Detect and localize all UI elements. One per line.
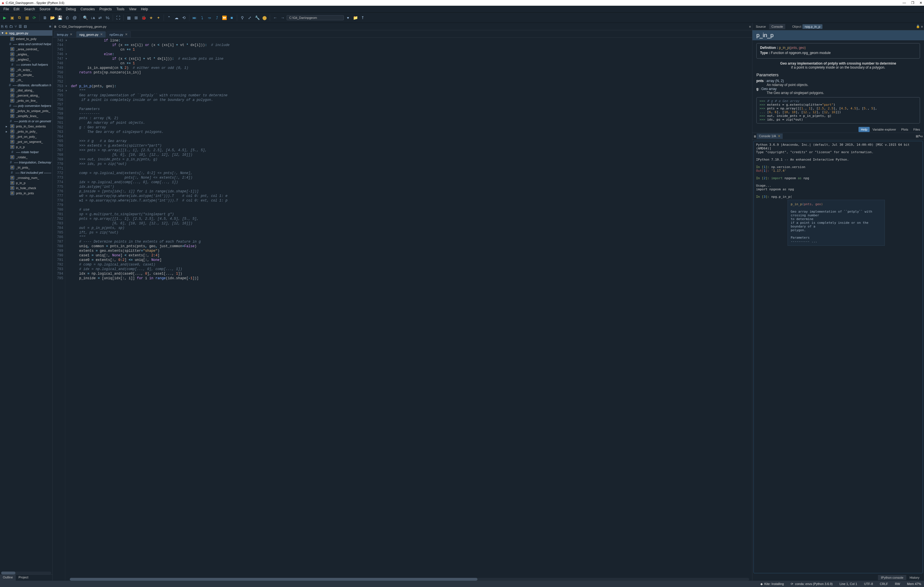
maximize-button[interactable]: ❐ [911, 1, 914, 5]
var2-icon[interactable]: ✦ [155, 14, 162, 21]
outline-item[interactable]: ▸F_pnts_in_poly_ [0, 129, 52, 134]
menu-edit[interactable]: Edit [11, 7, 22, 12]
close-icon[interactable]: ✕ [125, 33, 127, 36]
status-conda[interactable]: ⟳conda: envs (Python 3.6.9) [791, 582, 832, 586]
outline-item[interactable]: Fin_hole_check [0, 186, 52, 191]
run-cell-advance-icon[interactable]: ⧉ [16, 14, 23, 21]
refresh-icon[interactable]: ⟲ [180, 14, 187, 21]
outline-item[interactable]: F_pnts_on_line_ [0, 98, 52, 103]
outline-item[interactable]: F_polys_to_unique_pnts_ [0, 108, 52, 113]
console-tab-ipython-console[interactable]: IPython console [878, 575, 906, 580]
status-encoding[interactable]: UTF-8 [864, 582, 873, 585]
console-menu-icon[interactable]: ≡ [921, 135, 923, 138]
outline-menu-icon[interactable]: ≡ [49, 24, 51, 29]
editor-hscrollbar[interactable] [70, 578, 749, 581]
wand-icon[interactable]: ⚲ [239, 14, 246, 21]
console-tab[interactable]: Console 1/A ✕ [757, 133, 783, 139]
close-button[interactable]: ✕ [919, 1, 922, 5]
outline-item[interactable]: #---- distance, densification h [0, 82, 52, 88]
menu-file[interactable]: File [1, 7, 11, 12]
outline-item[interactable]: F_ch_scipy_ [0, 67, 52, 72]
object-field[interactable]: npg.p_in_p [802, 24, 822, 29]
swap-icon[interactable]: ⇄ [97, 14, 104, 21]
outline-item[interactable]: #---- Not included yet ------- [0, 170, 52, 175]
console-db-icon[interactable]: ▤ [916, 134, 919, 138]
outline-item[interactable]: F_angles2_ [0, 57, 52, 62]
editor-tab-npGeo-py[interactable]: npGeo.py✕ [106, 31, 131, 38]
grid-icon[interactable]: ▦ [125, 14, 132, 21]
outline-current-file[interactable]: ▾ ◆ npg_geom.py [0, 30, 52, 36]
outline-item[interactable]: Fp_in_p [0, 180, 52, 186]
outline-item[interactable]: F_pnt_on_segment_ [0, 139, 52, 144]
at-icon[interactable]: @ [71, 14, 78, 21]
save-all-icon[interactable]: ⎙ [64, 14, 71, 21]
open-file-icon[interactable]: 📂 [49, 14, 56, 21]
outline-item[interactable]: F_ch_ [0, 77, 52, 82]
close-icon[interactable]: ✕ [100, 33, 103, 36]
help-tab-plots[interactable]: Plots [899, 127, 910, 132]
outline-tree-icon[interactable]: ☰ [18, 24, 22, 29]
python-icon[interactable]: ⬤ [261, 14, 268, 21]
outline-item[interactable]: #---- convex hull helpers [0, 62, 52, 67]
tab-source[interactable]: Source [754, 24, 768, 29]
outline-item[interactable]: Fp_o_p [0, 144, 52, 150]
stop-icon[interactable]: ■ [228, 14, 235, 21]
status-line[interactable]: Line 1, Col 1 [840, 582, 857, 585]
right-menu-icon[interactable]: ≡ [921, 25, 923, 28]
status-kite[interactable]: ◆Kite: Installing [761, 582, 784, 586]
status-memory[interactable]: Mem 47% [907, 582, 921, 585]
working-dir-field[interactable]: C:\Git_Dan\npgeom [287, 15, 344, 20]
lock-icon[interactable]: 🔒 [916, 25, 920, 28]
array-icon[interactable]: ⊞ [133, 14, 140, 21]
step-next-icon[interactable]: ⏭ [191, 14, 198, 21]
outline-item[interactable]: F_pnt_on_poly_ [0, 134, 52, 139]
editor-tab-npg_geom-py[interactable]: npg_geom.py✕ [76, 31, 106, 38]
step-out-icon[interactable]: ⤴ [213, 14, 220, 21]
tab-outline[interactable]: Outline [0, 575, 16, 581]
close-icon[interactable]: ✕ [70, 33, 73, 36]
minimize-button[interactable]: — [903, 1, 906, 5]
step-into-icon[interactable]: ⤵ [198, 14, 205, 21]
outline-folder-icon[interactable]: 🗀 [9, 24, 13, 29]
run-selection-icon[interactable]: ▦ [23, 14, 30, 21]
folder-open-icon[interactable]: 📁 [352, 14, 359, 21]
outline-item[interactable]: F_rotate_ [0, 155, 52, 160]
tab-project[interactable]: Project [16, 575, 31, 581]
numbered-icon[interactable]: ⅟₉ [104, 14, 111, 21]
outline-item[interactable]: F_simplify_lines_ [0, 113, 52, 118]
outline-copy-icon[interactable]: ⎘ [1, 24, 3, 29]
wrench-icon[interactable]: 🔧 [254, 14, 261, 21]
step-over-icon[interactable]: ⤼ [206, 14, 213, 21]
outline-item[interactable]: Fextent_to_poly [0, 36, 52, 41]
var-icon[interactable]: ★ [148, 14, 155, 21]
close-icon[interactable]: ✕ [778, 134, 780, 138]
run-icon[interactable]: ▶ [1, 14, 8, 21]
outline-item[interactable]: ▸Fpnts_in_Geo_extents [0, 124, 52, 129]
tab-console-top[interactable]: Console [769, 24, 785, 29]
outline-copy2-icon[interactable]: ⎗ [5, 24, 7, 29]
outline-item[interactable]: #---- area and centroid helpe [0, 41, 52, 46]
new-file-icon[interactable]: 🗎 [41, 14, 48, 21]
menu-search[interactable]: Search [22, 7, 37, 12]
status-rw[interactable]: RW [895, 582, 900, 585]
ipython-console[interactable]: Python 3.6.9 |Anaconda, Inc.| (default, … [754, 141, 923, 573]
editor-tab-temp-py[interactable]: temp.py✕ [54, 31, 76, 38]
console-tab-history[interactable]: History [907, 575, 922, 580]
outline-tree[interactable]: ▾ ◆ npg_geom.py Fextent_to_poly#---- are… [0, 30, 52, 574]
forward-icon[interactable]: → [279, 14, 286, 21]
continue-icon[interactable]: ⏩ [221, 14, 228, 21]
sort-icon[interactable]: ↓ᴀ [89, 14, 96, 21]
back-icon[interactable]: ← [272, 14, 279, 21]
maximize-pane-icon[interactable]: ⛶ [115, 14, 122, 21]
menu-help[interactable]: Help [139, 7, 150, 12]
up-icon[interactable]: ⌃ [166, 14, 173, 21]
run-cell-icon[interactable]: ▣ [8, 14, 15, 21]
outline-item[interactable]: F_percent_along_ [0, 93, 52, 98]
editor-menu-icon[interactable]: ≡ [749, 25, 751, 28]
fullscreen-icon[interactable]: ⤢ [246, 14, 253, 21]
help-tab-variable-explorer[interactable]: Variable explorer [870, 127, 898, 132]
outline-branch-icon[interactable]: ⑂ [15, 24, 17, 29]
outline-item[interactable]: F_area_centroid_ [0, 46, 52, 52]
save-icon[interactable]: 💾 [56, 14, 63, 21]
menu-debug[interactable]: Debug [64, 7, 78, 12]
